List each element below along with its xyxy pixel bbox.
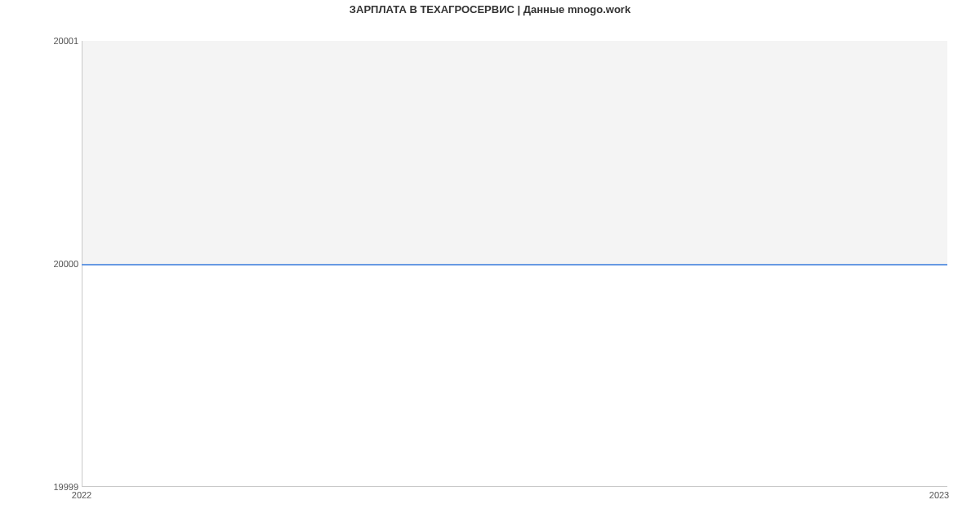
x-axis-line [82, 486, 947, 487]
x-tick-label: 2023 [929, 490, 949, 500]
y-tick-label: 20000 [53, 259, 78, 269]
chart-title: ЗАРПЛАТА В ТЕХАГРОСЕРВИС | Данные mnogo.… [0, 3, 980, 16]
series-line [82, 264, 947, 266]
chart-container: ЗАРПЛАТА В ТЕХАГРОСЕРВИС | Данные mnogo.… [0, 0, 980, 531]
y-tick-label: 20001 [53, 36, 78, 46]
x-tick-label: 2022 [72, 490, 91, 500]
plot-area [82, 41, 947, 487]
series-fill [82, 41, 947, 264]
